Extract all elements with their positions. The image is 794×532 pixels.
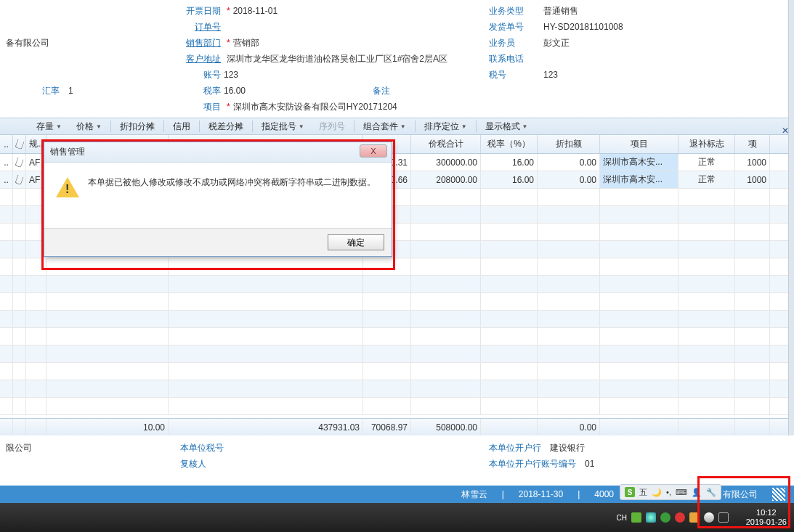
sales-dept-value[interactable]: 营销部 (233, 35, 259, 51)
paperclip-icon (15, 139, 25, 150)
tb-batch[interactable]: 指定批号▼ (254, 118, 312, 134)
sales-person-value[interactable]: 彭文正 (543, 35, 570, 51)
bank-acc-label: 本单位开户行账号编号 (489, 456, 579, 472)
tb-discount[interactable]: 折扣分摊 (113, 118, 162, 134)
table-row[interactable] (0, 258, 794, 276)
footer-tax: 70068.97 (363, 419, 411, 435)
tb-price[interactable]: 价格▼ (69, 118, 109, 134)
form-area: 开票日期 * 2018-11-01 业务类型 普通销售 订单号 发货单号 HY-… (0, 0, 794, 115)
cust-addr-value[interactable]: 深圳市龙华区龙华街道油松路昊创工业厂区1#宿舍2层A区 (227, 51, 447, 67)
system-tray[interactable]: CH (617, 512, 729, 523)
tray-volume-icon[interactable] (704, 512, 714, 523)
bank-acc-value[interactable]: 01 (585, 456, 594, 472)
footer-subtotal: 508000.00 (411, 419, 481, 435)
table-row[interactable] (0, 398, 794, 415)
tray-app-icon[interactable] (646, 512, 656, 523)
col-discount[interactable]: 折扣额 (538, 135, 600, 153)
col-project[interactable]: 项目 (600, 135, 678, 153)
dialog-ok-button[interactable]: 确定 (328, 234, 384, 250)
col-subtotal[interactable]: 价税合计 (411, 135, 481, 153)
punct-icon[interactable]: •, (666, 488, 671, 496)
taskbar-clock[interactable]: 10:12 2019-01-26 (746, 508, 787, 527)
status-company: 有限公司 (723, 488, 758, 501)
rate-value[interactable]: 1 (68, 83, 73, 99)
vertical-scrollbar[interactable] (788, 0, 794, 435)
table-row[interactable] (0, 293, 794, 311)
tray-network-icon[interactable] (718, 512, 729, 523)
tb-tax-diff[interactable]: 税差分摊 (201, 118, 251, 134)
sales-person-label: 业务员 (489, 35, 543, 51)
clock-date: 2019-01-26 (746, 517, 787, 527)
bank-value[interactable]: 建设银行 (550, 440, 585, 456)
dialog-message: 本单据已被他人修改或修改不成功或网络冲突将截断字符串或二进制数据。 (88, 176, 376, 219)
tax-rate-value[interactable]: 16.00 (224, 83, 246, 99)
footer-discount: 0.00 (538, 419, 600, 435)
bank-label: 本单位开户行 (489, 440, 544, 456)
tray-wechat-icon[interactable] (660, 512, 671, 523)
tb-stock[interactable]: 存量▼ (29, 118, 69, 134)
paperclip-icon (15, 174, 24, 184)
col-last[interactable]: 项 (735, 135, 770, 153)
table-row[interactable] (0, 328, 794, 345)
col-attachment[interactable] (13, 135, 26, 153)
project-value[interactable]: 深圳市高木安防设备有限公司HY20171204 (233, 99, 397, 115)
delivery-no-value[interactable]: HY-SD20181101008 (543, 19, 623, 35)
cust-addr-label[interactable]: 客户地址 (180, 51, 224, 67)
tax-no-value[interactable]: 123 (543, 67, 558, 83)
company-suffix: 备有限公司 (6, 35, 49, 51)
table-row[interactable] (0, 276, 794, 293)
grid-toolbar: 存量▼ 价格▼ 折扣分摊 信用 税差分摊 指定批号▼ 序列号 组合套件▼ 排序定… (0, 118, 794, 135)
delivery-no-label: 发货单号 (489, 19, 543, 35)
status-date: 2018-11-30 (519, 489, 563, 499)
tb-combo[interactable]: 组合套件▼ (356, 118, 413, 134)
dialog-close-button[interactable]: X (360, 144, 387, 157)
table-row[interactable] (0, 363, 794, 380)
ime-mode[interactable]: 五 (639, 487, 647, 498)
account-label: 账号 (180, 67, 224, 83)
biz-type-value[interactable]: 普通销售 (543, 3, 578, 19)
col-rownum[interactable]: .. (0, 135, 13, 153)
tb-serial: 序列号 (312, 118, 352, 134)
clock-time: 10:12 (746, 508, 787, 517)
status-user: 林雪云 (461, 488, 487, 501)
tax-rate-label: 税率 (180, 83, 224, 99)
sales-dept-label[interactable]: 销售部门 (180, 35, 224, 51)
invoice-date-label: 开票日期 (180, 3, 224, 19)
wrench-icon[interactable]: 🔧 (706, 488, 716, 497)
order-no-label[interactable]: 订单号 (180, 19, 224, 35)
ime-s-icon[interactable]: S (625, 487, 635, 497)
dialog-title-text: 销售管理 (50, 146, 85, 158)
tax-no-label: 税号 (489, 67, 543, 83)
tb-sort[interactable]: 排序定位▼ (417, 118, 474, 134)
table-row[interactable] (0, 345, 794, 363)
warning-icon: ! (56, 176, 79, 199)
table-row[interactable] (0, 380, 794, 398)
moon-icon[interactable]: 🌙 (652, 488, 662, 497)
ime-toolbar[interactable]: S 五 🌙 •, ⌨ 👤 🔧 (620, 484, 721, 500)
tb-credit[interactable]: 信用 (166, 118, 198, 134)
reviewer-label: 复核人 (180, 456, 209, 472)
col-return[interactable]: 退补标志 (678, 135, 735, 153)
keyboard-icon[interactable]: ⌨ (676, 488, 687, 497)
project-label: 项目 (180, 99, 224, 115)
contact-tel-label: 联系电话 (489, 51, 543, 67)
qr-icon[interactable] (772, 488, 785, 501)
dialog-titlebar[interactable]: 销售管理 X (44, 142, 392, 163)
tray-red-icon[interactable] (675, 512, 685, 523)
table-row[interactable] (0, 311, 794, 328)
user-icon[interactable]: 👤 (692, 488, 702, 497)
unit-tax-no-label: 本单位税号 (180, 440, 227, 456)
windows-taskbar[interactable]: CH 10:12 2019-01-26 (0, 503, 794, 532)
tray-shield-icon[interactable] (689, 512, 700, 523)
tb-view[interactable]: 显示格式▼ (478, 118, 535, 134)
paperclip-icon (15, 157, 24, 167)
rate-label: 汇率 (42, 83, 62, 99)
grid-footer: 10.00 437931.03 70068.97 508000.00 0.00 (0, 418, 794, 435)
invoice-date-value[interactable]: 2018-11-01 (233, 3, 278, 19)
remark-label: 备注 (373, 83, 402, 99)
col-tax-pct[interactable]: 税率（%） (481, 135, 538, 153)
bottom-form: 限公司 本单位税号 本单位开户行 建设银行 复核人 本单位开户行账号编号 01 (0, 435, 794, 472)
account-value[interactable]: 123 (224, 67, 238, 83)
tray-sogou-icon[interactable] (631, 512, 641, 523)
ch-indicator[interactable]: CH (617, 514, 627, 522)
